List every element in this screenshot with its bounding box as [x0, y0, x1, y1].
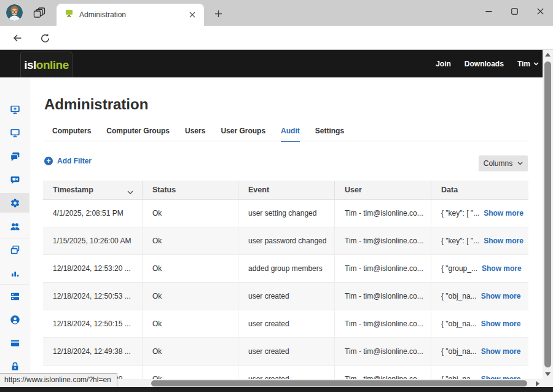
islonline-logo[interactable]: islonline	[20, 52, 73, 79]
show-more-link[interactable]: Show more	[484, 237, 524, 245]
table-row[interactable]: 1/15/2025, 10:26:00 AM Ok user password …	[43, 227, 528, 255]
chat-icon[interactable]	[10, 151, 20, 162]
vertical-scrollbar[interactable]	[543, 50, 553, 379]
tab-computers[interactable]: Computers	[52, 127, 91, 142]
tab-users[interactable]: Users	[185, 127, 205, 142]
header-link-join[interactable]: Join	[436, 60, 451, 68]
maximize-button[interactable]	[501, 0, 527, 22]
table-body: 4/1/2025, 2:08:51 PM Ok user setting cha…	[43, 200, 528, 379]
computer-icon[interactable]	[10, 128, 20, 138]
show-more-link[interactable]: Show more	[481, 347, 521, 356]
plus-icon: +	[44, 157, 53, 165]
user-menu[interactable]: Tim	[517, 60, 539, 68]
profile-avatar[interactable]	[6, 4, 23, 21]
table-row[interactable]: 4/1/2025, 2:08:51 PM Ok user setting cha…	[43, 200, 528, 227]
browser-tab[interactable]: Administration	[57, 4, 204, 26]
app-sidebar	[0, 77, 29, 379]
window-bottom-edge	[0, 387, 553, 392]
billing-card-icon[interactable]	[10, 338, 20, 348]
browser-tab-strip: Administration	[0, 0, 553, 26]
table-header-row: Timestamp Status Event User Data	[43, 181, 528, 200]
new-tab-button[interactable]	[211, 7, 225, 20]
tab-user-groups[interactable]: User Groups	[221, 127, 265, 142]
close-window-button[interactable]	[527, 0, 553, 22]
page-title: Administration	[44, 96, 148, 113]
columns-button[interactable]: Columns	[479, 155, 528, 171]
app-header: Join Downloads Tim	[0, 50, 543, 77]
window-controls	[476, 0, 553, 22]
workspaces-icon[interactable]	[33, 7, 45, 21]
minimize-button[interactable]	[476, 0, 501, 22]
add-filter-button[interactable]: + Add Filter	[44, 157, 92, 165]
table-row[interactable]: 12/18/2024, 12:49:38 ... Ok user created…	[43, 338, 528, 366]
back-icon[interactable]	[10, 32, 24, 44]
tab-audit[interactable]: Audit	[281, 127, 300, 142]
account-person-icon[interactable]	[10, 315, 20, 325]
remote-session-monitor-plus-icon[interactable]	[10, 104, 20, 115]
refresh-icon[interactable]	[38, 32, 52, 44]
tabs-separator	[44, 141, 528, 141]
table-row[interactable]: 12/18/2024, 12:53:20 ... Ok added group …	[43, 255, 528, 283]
header-data[interactable]: Data	[431, 181, 528, 199]
server-list-icon[interactable]	[10, 291, 20, 302]
status-bar-link: https://www.islonline.com/?hl=en	[0, 373, 117, 387]
header-link-downloads[interactable]: Downloads	[465, 60, 504, 68]
video-chat-icon[interactable]	[10, 174, 20, 185]
show-more-link[interactable]: Show more	[484, 209, 524, 218]
sort-chevron-icon[interactable]	[127, 188, 133, 197]
tab-computer-groups[interactable]: Computer Groups	[106, 127, 170, 142]
show-more-link[interactable]: Show more	[482, 264, 522, 273]
admin-tabs: Computers Computer Groups Users User Gro…	[52, 127, 344, 142]
audit-table: Timestamp Status Event User Data 4/1/202…	[43, 181, 528, 379]
tab-settings[interactable]: Settings	[315, 127, 344, 142]
tab-close-icon[interactable]	[187, 9, 198, 20]
header-event[interactable]: Event	[238, 181, 335, 199]
tab-title: Administration	[79, 10, 187, 19]
browser-toolbar: https://account.islonline.net/users/admi…	[0, 26, 553, 50]
tab-favicon-monitor-icon	[64, 9, 74, 21]
header-timestamp[interactable]: Timestamp	[43, 181, 143, 199]
vertical-scroll-thumb[interactable]	[544, 61, 551, 367]
header-user[interactable]: User	[335, 181, 431, 199]
chevron-down-icon	[533, 62, 539, 66]
reports-bar-chart-icon[interactable]	[10, 268, 20, 278]
sessions-layers-icon[interactable]	[10, 245, 20, 255]
browser-window: Administration	[0, 0, 553, 392]
show-more-link[interactable]: Show more	[481, 319, 521, 328]
scroll-down-icon[interactable]	[543, 369, 553, 379]
scrollbar-corner	[543, 379, 553, 388]
main-content: Administration Computers Computer Groups…	[29, 77, 543, 379]
users-icon[interactable]	[10, 221, 20, 232]
show-more-link[interactable]: Show more	[481, 292, 521, 300]
table-row[interactable]: 12/18/2024, 12:50:15 ... Ok user created…	[43, 310, 528, 338]
security-lock-icon[interactable]	[10, 361, 20, 372]
table-row[interactable]: 12/18/2024, 12:50:53 ... Ok user created…	[43, 283, 528, 310]
settings-gear-icon[interactable]	[10, 198, 20, 208]
horizontal-scroll-thumb[interactable]	[151, 380, 527, 386]
scroll-up-icon[interactable]	[543, 50, 553, 60]
header-status[interactable]: Status	[143, 181, 238, 199]
chevron-down-icon	[517, 162, 523, 165]
show-more-link[interactable]: Show more	[481, 375, 521, 379]
